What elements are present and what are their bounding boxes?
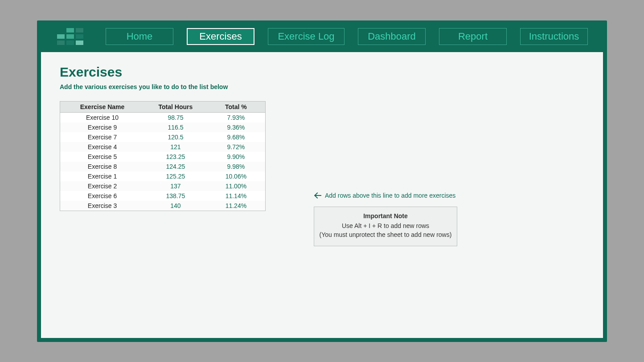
table-row[interactable]: Exercise 41219.72% xyxy=(60,142,266,152)
cell-hours[interactable]: 138.75 xyxy=(144,191,207,201)
cell-pct[interactable]: 11.14% xyxy=(207,191,266,201)
cell-pct[interactable]: 9.36% xyxy=(207,122,266,132)
cell-hours[interactable]: 123.25 xyxy=(144,152,207,162)
cell-pct[interactable]: 7.93% xyxy=(207,113,266,123)
cell-pct[interactable]: 11.00% xyxy=(207,181,266,191)
table-header-row: Exercise Name Total Hours Total % xyxy=(60,102,266,113)
navbar: Home Exercises Exercise Log Dashboard Re… xyxy=(37,20,607,52)
note-title: Important Note xyxy=(319,212,452,220)
nav-home[interactable]: Home xyxy=(106,28,173,45)
cell-name[interactable]: Exercise 5 xyxy=(60,152,145,162)
nav-exercises[interactable]: Exercises xyxy=(187,28,254,45)
cell-name[interactable]: Exercise 10 xyxy=(60,113,145,123)
table-row[interactable]: Exercise 213711.00% xyxy=(60,181,266,191)
cell-hours[interactable]: 137 xyxy=(144,181,207,191)
cell-pct[interactable]: 9.90% xyxy=(207,152,266,162)
add-rows-hint: Add rows above this line to add more exe… xyxy=(315,192,455,199)
cell-hours[interactable]: 125.25 xyxy=(144,171,207,181)
note-line-1: Use Alt + I + R to add new rows xyxy=(319,221,452,230)
cell-name[interactable]: Exercise 6 xyxy=(60,191,145,201)
table-row[interactable]: Exercise 314011.24% xyxy=(60,201,266,211)
cell-name[interactable]: Exercise 7 xyxy=(60,132,145,142)
cell-name[interactable]: Exercise 9 xyxy=(60,122,145,132)
col-header-name[interactable]: Exercise Name xyxy=(60,102,145,113)
cell-name[interactable]: Exercise 1 xyxy=(60,171,145,181)
table-row[interactable]: Exercise 1098.757.93% xyxy=(60,113,266,123)
cell-hours[interactable]: 98.75 xyxy=(144,113,207,123)
cell-hours[interactable]: 140 xyxy=(144,201,207,211)
hint-text: Add rows above this line to add more exe… xyxy=(325,192,455,199)
cell-pct[interactable]: 10.06% xyxy=(207,171,266,181)
important-note-box: Important Note Use Alt + I + R to add ne… xyxy=(314,207,457,246)
cell-pct[interactable]: 11.24% xyxy=(207,201,266,211)
table-row[interactable]: Exercise 1125.2510.06% xyxy=(60,171,266,181)
table-row[interactable]: Exercise 7120.59.68% xyxy=(60,132,266,142)
table-row[interactable]: Exercise 9116.59.36% xyxy=(60,122,266,132)
table-row[interactable]: Exercise 6138.7511.14% xyxy=(60,191,266,201)
cell-hours[interactable]: 120.5 xyxy=(144,132,207,142)
app-logo-icon xyxy=(57,28,83,45)
nav-instructions[interactable]: Instructions xyxy=(520,28,588,45)
page-title: Exercises xyxy=(60,65,584,80)
nav-exercise-log[interactable]: Exercise Log xyxy=(268,28,345,45)
nav-report[interactable]: Report xyxy=(439,28,507,45)
table-row[interactable]: Exercise 5123.259.90% xyxy=(60,152,266,162)
arrow-left-icon xyxy=(315,192,321,199)
cell-hours[interactable]: 124.25 xyxy=(144,162,207,171)
col-header-hours[interactable]: Total Hours xyxy=(144,102,207,113)
cell-name[interactable]: Exercise 2 xyxy=(60,181,145,191)
content-area: Exercises Add the various exercises you … xyxy=(41,52,603,338)
app-frame: Home Exercises Exercise Log Dashboard Re… xyxy=(37,20,607,342)
page-subtitle: Add the various exercises you like to do… xyxy=(60,83,584,90)
col-header-pct[interactable]: Total % xyxy=(207,102,266,113)
table-row[interactable]: Exercise 8124.259.98% xyxy=(60,162,266,171)
nav-dashboard[interactable]: Dashboard xyxy=(358,28,426,45)
cell-pct[interactable]: 9.68% xyxy=(207,132,266,142)
cell-hours[interactable]: 116.5 xyxy=(144,122,207,132)
cell-name[interactable]: Exercise 3 xyxy=(60,201,145,211)
cell-name[interactable]: Exercise 8 xyxy=(60,162,145,171)
note-line-2: (You must unprotect the sheet to add new… xyxy=(319,230,452,239)
cell-pct[interactable]: 9.98% xyxy=(207,162,266,171)
cell-name[interactable]: Exercise 4 xyxy=(60,142,145,152)
exercises-table: Exercise Name Total Hours Total % Exerci… xyxy=(60,101,266,211)
cell-pct[interactable]: 9.72% xyxy=(207,142,266,152)
cell-hours[interactable]: 121 xyxy=(144,142,207,152)
